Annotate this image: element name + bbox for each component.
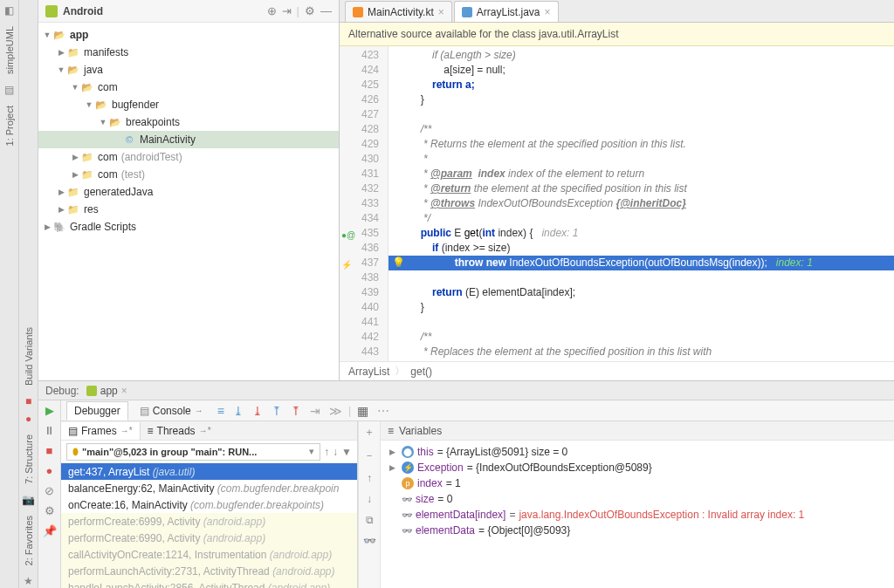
editor-tabs: MainActivity.kt× ArrayList.java× <box>340 0 894 23</box>
close-icon[interactable]: × <box>438 6 444 18</box>
stack-frame[interactable]: performCreate:6999, Activity (android.ap… <box>61 513 357 530</box>
watch-icon[interactable]: 👓 <box>363 535 376 547</box>
uml-icon: ◧ <box>3 3 17 17</box>
mute-breakpoints-icon[interactable]: ⊘ <box>45 484 54 497</box>
view-breakpoints-icon[interactable]: ● <box>46 464 53 477</box>
copy-icon[interactable]: ⧉ <box>366 514 374 526</box>
step-rail: ＋ － ↑ ↓ ⧉ 👓 <box>358 421 381 588</box>
gutter[interactable]: 423424425426427428429430431432433434 ●@4… <box>340 46 389 361</box>
camera-icon[interactable]: 📷 <box>22 493 36 507</box>
var-elementdata[interactable]: elementData = {Object[0]@5093} <box>381 523 894 538</box>
tree-com-test[interactable]: ▶com(test) <box>38 166 339 183</box>
thread-selector[interactable]: ⬮"main"@5,023 in group "main": RUN...▾ <box>66 443 320 461</box>
frames-list[interactable]: get:437, ArrayList (java.util) balanceEn… <box>61 463 357 588</box>
stack-frame[interactable]: get:437, ArrayList (java.util) <box>61 463 357 480</box>
code-lines[interactable]: if (aLength > size) a[size] = null; retu… <box>389 46 894 361</box>
android-icon <box>45 5 58 17</box>
target-icon[interactable]: ⊕ <box>267 4 277 17</box>
simpleuml-tab[interactable]: simpleUML <box>3 21 17 79</box>
hide-icon[interactable]: — <box>320 4 332 17</box>
left-tool-rail: ◧ simpleUML ▤ 1: Project <box>0 0 19 588</box>
tree-bugfender[interactable]: ▼bugfender <box>38 96 339 113</box>
variables-title: Variables <box>399 425 442 437</box>
build-variants-tab[interactable]: Build Variants <box>22 322 36 391</box>
stack-frame[interactable]: callActivityOnCreate:1214, Instrumentati… <box>61 546 357 563</box>
stack-frame[interactable]: performLaunchActivity:2731, ActivityThre… <box>61 563 357 579</box>
gear-icon[interactable]: ⚙ <box>305 4 315 17</box>
breakpoint-icon-rail[interactable]: ● <box>22 412 36 426</box>
tree-breakpoints[interactable]: ▼breakpoints <box>38 113 339 131</box>
tree-com[interactable]: ▼com <box>38 79 339 96</box>
force-step-into-icon[interactable]: ⤓ <box>250 404 265 418</box>
stack-frame[interactable]: balanceEnergy:62, MainActivity (com.bugf… <box>61 480 357 496</box>
stack-frame[interactable]: onCreate:16, MainActivity (com.bugfender… <box>61 496 357 513</box>
tree-generatedjava[interactable]: ▶generatedJava <box>38 183 339 201</box>
frames-tab[interactable]: ▤Frames→* <box>61 422 141 440</box>
tree-gradle[interactable]: ▶Gradle Scripts <box>38 218 339 236</box>
folder-icon <box>66 186 80 198</box>
run-to-cursor-icon[interactable]: ⇥ <box>307 404 323 418</box>
step-over-icon[interactable]: ≡ <box>215 404 227 418</box>
var-elementdata-index[interactable]: elementData[index] = java.lang.IndexOutO… <box>381 507 894 523</box>
pause-icon[interactable]: ⏸ <box>44 424 55 437</box>
step-out-icon[interactable]: ⤒ <box>269 404 285 418</box>
filter-icon[interactable]: ▼ <box>341 446 352 458</box>
var-index[interactable]: pindex = 1 <box>381 475 894 491</box>
debugger-tab[interactable]: Debugger <box>66 401 128 420</box>
debug-header: Debug: app× <box>38 381 894 400</box>
threads-tab[interactable]: ≡Threads→* <box>141 422 218 440</box>
evaluate-icon[interactable]: ≫ <box>327 404 345 418</box>
project-title: Android <box>63 5 262 17</box>
folder-icon <box>80 151 94 163</box>
star-icon[interactable]: ★ <box>22 574 36 588</box>
favorites-tab[interactable]: 2: Favorites <box>22 510 36 571</box>
prev-frame-icon[interactable]: ↑ <box>324 446 329 458</box>
stack-frame[interactable]: handleLaunchActivity:2856, ActivityThrea… <box>61 579 357 588</box>
step-into-icon[interactable]: ⤓ <box>230 404 246 418</box>
remove-watch-icon[interactable]: － <box>364 448 375 463</box>
alternative-source-banner[interactable]: Alternative source available for the cla… <box>340 23 894 46</box>
stack-frame[interactable]: performCreate:6990, Activity (android.ap… <box>61 530 357 546</box>
project-panel: Android ⊕ ⇥ | ⚙ — ▼app ▶manifests ▼java … <box>38 0 340 380</box>
tab-arraylist[interactable]: ArrayList.java× <box>454 1 559 22</box>
more-icon[interactable]: ⋯ <box>375 404 392 418</box>
close-icon[interactable]: × <box>545 6 551 18</box>
down-icon[interactable]: ↓ <box>367 493 372 505</box>
console-tab[interactable]: ▤Console→ <box>132 401 211 420</box>
next-frame-icon[interactable]: ↓ <box>333 446 338 458</box>
thread-selector-row: ⬮"main"@5,023 in group "main": RUN...▾ ↑… <box>61 441 357 463</box>
tree-res[interactable]: ▶res <box>38 201 339 218</box>
frames-panel: ▤Frames→* ≡Threads→* ⬮"main"@5,023 in gr… <box>61 421 358 588</box>
breadcrumb[interactable]: ArrayList〉get() <box>340 361 894 380</box>
drop-frame-icon[interactable]: ⤒ <box>288 404 304 418</box>
var-size[interactable]: size = 0 <box>381 491 894 507</box>
project-tab[interactable]: 1: Project <box>3 100 17 151</box>
debug-panel: Debug: app× ▶ ⏸ ■ ● ⊘ ⚙ 📌 Debugger ▤Cons… <box>38 380 894 588</box>
folder-icon <box>52 29 66 41</box>
tree-com-androidtest[interactable]: ▶com(androidTest) <box>38 148 339 166</box>
tab-mainactivity[interactable]: MainActivity.kt× <box>345 1 452 22</box>
resume-icon[interactable]: ▶ <box>45 404 54 417</box>
stop-icon[interactable]: ■ <box>46 444 53 457</box>
settings-icon[interactable]: ⚙ <box>45 504 55 517</box>
code-editor[interactable]: 423424425426427428429430431432433434 ●@4… <box>340 46 894 361</box>
stop-icon-rail[interactable]: ■ <box>22 394 36 408</box>
collapse-icon[interactable]: ⇥ <box>282 4 292 17</box>
calculator-icon[interactable]: ▦ <box>354 404 371 418</box>
structure-tab[interactable]: 7: Structure <box>22 429 36 489</box>
run-config-chip[interactable]: app× <box>86 385 127 397</box>
project-header: Android ⊕ ⇥ | ⚙ — <box>38 0 339 23</box>
up-icon[interactable]: ↑ <box>367 472 372 484</box>
pin-icon[interactable]: 📌 <box>43 524 57 537</box>
watch-icon <box>402 524 412 537</box>
project-tree[interactable]: ▼app ▶manifests ▼java ▼com ▼bugfender ▼b… <box>38 23 339 380</box>
var-exception[interactable]: ▶⚡Exception = {IndexOutOfBoundsException… <box>381 460 894 475</box>
tree-app[interactable]: ▼app <box>38 26 339 44</box>
left-tool-rail-2: Build Variants ■ ● 7: Structure 📷 2: Fav… <box>19 0 38 588</box>
tree-mainactivity[interactable]: MainActivity <box>38 131 339 148</box>
tree-java[interactable]: ▼java <box>38 61 339 79</box>
var-this[interactable]: ▶⬤this = {ArrayList@5091} size = 0 <box>381 444 894 460</box>
add-watch-icon[interactable]: ＋ <box>364 425 375 440</box>
variables-list[interactable]: ▶⬤this = {ArrayList@5091} size = 0 ▶⚡Exc… <box>381 441 894 588</box>
tree-manifests[interactable]: ▶manifests <box>38 44 339 61</box>
